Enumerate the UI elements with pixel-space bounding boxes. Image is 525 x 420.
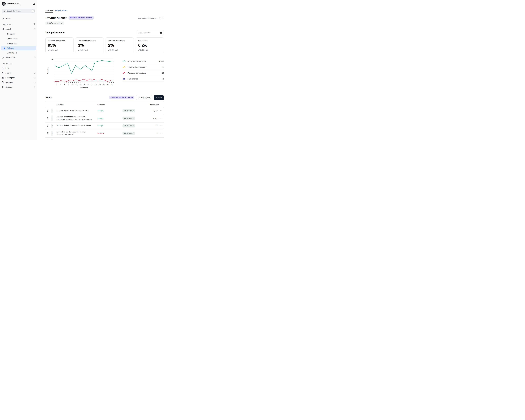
plus-icon: + <box>156 96 157 99</box>
svg-text:10: 10 <box>72 84 73 85</box>
terminal-icon <box>0 76 6 79</box>
chevron-down-icon <box>34 72 35 73</box>
stat-card-return-rate: Return rate 0.2% of $2,048 total <box>136 37 164 53</box>
rule-outcome: Accept <box>97 117 122 119</box>
series-zigzag-icon <box>122 60 126 63</box>
legend-label: Accepted transactions <box>128 60 146 62</box>
edit-ruleset-button[interactable]: Edit ruleset <box>136 95 152 100</box>
svg-text:6: 6 <box>64 84 65 85</box>
rules-table: Condition Outcome Transactions 1Is Item … <box>46 102 164 140</box>
rule-transactions-count: 3,937 <box>149 110 158 112</box>
ruleset-slug-chip[interactable]: default-ruleset <box>46 21 64 25</box>
drag-handle-icon[interactable] <box>47 110 51 112</box>
chevron-right-icon <box>34 87 35 88</box>
main-panel: Rulesets / Default ruleset Default rules… <box>38 0 175 140</box>
column-header-outcome: Outcome <box>97 104 122 106</box>
sidebar-item-all-products[interactable]: All Products <box>0 55 37 60</box>
row-menu-button[interactable]: ··· <box>158 117 164 119</box>
sidebar-item-home[interactable]: Home <box>0 16 37 21</box>
sidebar-item-transactions[interactable]: Transactions <box>0 41 37 46</box>
svg-text:14k: 14k <box>51 58 54 60</box>
breadcrumb-rulesets-link[interactable]: Rulesets <box>46 9 53 12</box>
legend-label: Rerouted transactions <box>128 72 146 74</box>
sidebar-item-overview[interactable]: Overview <box>0 31 37 36</box>
row-menu-button[interactable]: ··· <box>158 110 164 112</box>
status-badge: RUNNING BALANCE CHECKS <box>68 16 94 19</box>
legend-row: Rule change0 <box>122 76 164 82</box>
rule-number: 5 <box>51 139 53 140</box>
auto-added-badge: AUTO-ADDED <box>122 117 135 120</box>
workspace-header: Wonderwallet <box>0 0 37 6</box>
drag-handle-icon[interactable] <box>47 132 51 134</box>
activity-pulse-icon <box>0 72 6 74</box>
legend-label: Rule change <box>128 78 138 80</box>
row-menu-button[interactable]: ··· <box>158 132 164 134</box>
svg-text:14: 14 <box>79 84 81 85</box>
workspace-name[interactable]: Wonderwallet <box>7 3 19 5</box>
chart-legend: Accepted transactions4,058Reviewed trans… <box>122 58 164 89</box>
sidebar-item-data-import[interactable]: Data Import <box>0 50 37 55</box>
phone-icon <box>0 67 6 69</box>
sidebar-item-activity[interactable]: Activity <box>0 70 37 75</box>
sidebar-item-rulesets[interactable]: Rulesets <box>1 46 36 50</box>
sidebar-item-get-help[interactable]: ? Get Help <box>0 80 37 85</box>
add-product-icon[interactable]: + <box>34 23 35 25</box>
sidebar-item-settings[interactable]: ⚙ Settings <box>0 85 37 89</box>
drag-handle-icon[interactable] <box>47 117 51 119</box>
rule-row: 1Is Item Login Required equals TrueAccep… <box>46 107 164 114</box>
auto-added-badge: AUTO-ADDED <box>122 132 135 135</box>
rule-transactions-count: 1,200 <box>149 117 158 119</box>
rule-transactions-count: 809 <box>149 125 158 127</box>
wonderwallet-logo <box>2 2 6 6</box>
page-menu-button[interactable] <box>159 16 164 20</box>
rules-status-badge: RUNNING BALANCE CHECKS <box>109 96 134 99</box>
sidebar-item-signal[interactable]: Signal <box>0 27 37 31</box>
rule-condition: Is Item Login Required equals True <box>57 109 97 112</box>
calendar-icon <box>160 32 162 34</box>
chevron-down-icon <box>34 82 35 83</box>
page-title: Default ruleset <box>46 16 66 20</box>
sidebar-item-performance[interactable]: Performance <box>0 36 37 41</box>
search-input[interactable] <box>7 10 32 12</box>
date-range-select[interactable]: Last 3 months <box>137 30 164 35</box>
workspace-switcher-icon[interactable] <box>20 3 21 5</box>
home-icon <box>0 18 6 20</box>
sidebar-item-developers[interactable]: Developers <box>0 75 37 80</box>
row-menu-button[interactable]: ··· <box>158 125 164 127</box>
sidebar-collapse-icon[interactable] <box>33 3 35 5</box>
active-indicator-dot <box>4 47 5 49</box>
sidebar-item-link[interactable]: Link <box>0 66 37 70</box>
svg-text:November: November <box>80 86 88 88</box>
drag-handle-icon[interactable] <box>47 125 51 127</box>
search-icon <box>3 10 5 12</box>
token-diamonds-icon <box>61 22 63 24</box>
svg-text:24: 24 <box>99 84 101 85</box>
add-rule-button[interactable]: + Rule <box>154 95 164 100</box>
legend-row: Accepted transactions4,058 <box>122 58 164 64</box>
all-products-icon <box>0 56 6 59</box>
legend-value: 0 <box>163 78 164 80</box>
rule-performance-heading: Rule performance <box>46 31 65 34</box>
rule-condition: All other transactions <box>57 140 97 140</box>
breadcrumb-current-link[interactable]: Default ruleset <box>55 9 67 11</box>
rule-outcome: Accept <box>97 125 122 127</box>
sidebar-nav: Home PRODUCTS + Signal Overview Performa… <box>0 16 37 89</box>
help-bubble-icon: ? <box>0 81 6 84</box>
rule-change-triangle-icon <box>122 77 126 80</box>
volume-line-chart: 2468101214161820222426283014k0VolumeNove… <box>46 57 118 89</box>
platform-section-label: PLATFORM <box>0 62 37 66</box>
rules-heading: Rules <box>46 96 52 99</box>
sidebar: Wonderwallet / <box>0 0 38 140</box>
rule-condition: Account Verification Status in [Database… <box>57 115 97 121</box>
svg-text:12: 12 <box>75 84 77 85</box>
svg-text:4: 4 <box>60 84 61 85</box>
rules-table-header: Condition Outcome Transactions <box>46 102 164 107</box>
series-zigzag-icon <box>122 65 126 69</box>
last-updated-text: Last updated: 1 day ago <box>138 17 158 19</box>
legend-row: Reviewed transactions3 <box>122 64 164 70</box>
breadcrumb: Rulesets / Default ruleset <box>46 0 164 12</box>
search-box[interactable]: / <box>2 9 35 13</box>
column-header-condition: Condition <box>57 104 97 106</box>
svg-text:16: 16 <box>83 84 85 85</box>
svg-text:20: 20 <box>91 84 93 85</box>
